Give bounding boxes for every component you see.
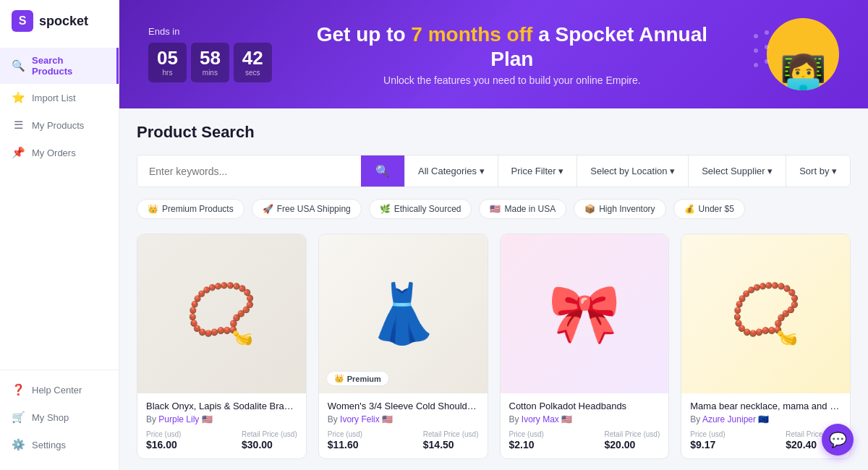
product-image-icon: 🎀	[548, 280, 621, 348]
box-icon: 📦	[584, 204, 595, 214]
retail-label: Retail Price (usd)	[242, 430, 297, 438]
main-content: Ends in 05 hrs 58 mins 42 secs Get up to…	[119, 0, 868, 470]
search-magnifier-icon: 🔍	[375, 164, 390, 178]
product-image: 👗 👑 Premium	[319, 234, 488, 393]
sidebar-item-settings[interactable]: ⚙️ Settings	[0, 431, 119, 458]
shipping-icon: 🚀	[263, 204, 273, 214]
banner-text: Get up to 7 months off a Spocket Annual …	[294, 22, 731, 85]
product-name: Women's 3/4 Sleeve Cold Shoulde...	[328, 401, 479, 411]
price-label: Price (usd)	[509, 430, 544, 438]
usa-flag-icon: 🇺🇸	[490, 204, 501, 214]
product-image: 📿	[137, 234, 306, 393]
countdown-timer: Ends in 05 hrs 58 mins 42 secs	[148, 26, 272, 82]
chip-free-usa-shipping[interactable]: 🚀 Free USA Shipping	[252, 199, 362, 219]
chip-premium-products[interactable]: 👑 Premium Products	[137, 199, 244, 219]
chip-made-in-usa[interactable]: 🇺🇸 Made in USA	[479, 199, 566, 219]
product-image-icon: 👗	[367, 280, 439, 348]
product-info: Cotton Polkadot Headbands By Ivory Max 🇺…	[501, 393, 669, 458]
promo-banner: Ends in 05 hrs 58 mins 42 secs Get up to…	[119, 0, 868, 108]
search-bar: 🔍 All Categories ▾ Price Filter ▾ Select…	[137, 155, 851, 187]
retail-label: Retail Price (usd)	[423, 430, 479, 438]
sidebar-label-my-shop: My Shop	[32, 412, 69, 423]
product-supplier-link[interactable]: Ivory Max	[522, 414, 559, 424]
chat-icon: 💬	[829, 431, 847, 448]
banner-person-icon: 👩‍💻	[780, 56, 827, 90]
leaf-icon: 🌿	[380, 204, 391, 214]
sidebar: S spocket 🔍 Search Products ⭐ Import Lis…	[0, 0, 119, 470]
filter-location[interactable]: Select by Location ▾	[576, 155, 688, 187]
chip-under-5[interactable]: 💰 Under $5	[673, 199, 745, 219]
chip-label: Free USA Shipping	[277, 204, 351, 214]
svg-point-4	[754, 63, 758, 67]
supplier-flag: 🇺🇸	[202, 414, 213, 424]
banner-subtext: Unlock the features you need to build yo…	[294, 74, 731, 86]
svg-point-3	[765, 45, 769, 49]
filter-all-categories[interactable]: All Categories ▾	[404, 155, 498, 187]
product-name: Cotton Polkadot Headbands	[509, 401, 660, 411]
mins-label: mins	[200, 69, 221, 77]
product-badge: 👑 Premium	[326, 371, 389, 386]
sidebar-item-my-orders[interactable]: 📌 My Orders	[0, 139, 119, 166]
svg-point-1	[765, 30, 769, 35]
sidebar-item-help-center[interactable]: ❓ Help Center	[0, 376, 119, 403]
product-prices: Price (usd) $16.00 Retail Price (usd) $3…	[146, 430, 297, 451]
retail-price-block: Retail Price (usd) $30.00	[242, 430, 297, 451]
search-button[interactable]: 🔍	[361, 155, 404, 187]
secs-label: secs	[242, 69, 263, 77]
price-value: $11.60	[328, 439, 359, 450]
banner-image: 👩‍💻	[752, 14, 839, 94]
chip-high-inventory[interactable]: 📦 High Inventory	[574, 199, 665, 219]
chip-label: Ethically Sourced	[394, 204, 461, 214]
product-prices: Price (usd) $11.60 Retail Price (usd) $1…	[328, 430, 479, 451]
product-card[interactable]: 👗 👑 Premium Women's 3/4 Sleeve Cold Shou…	[318, 234, 488, 459]
filter-supplier[interactable]: Select Supplier ▾	[688, 155, 786, 187]
filter-sort[interactable]: Sort by ▾	[786, 155, 850, 187]
chip-ethically-sourced[interactable]: 🌿 Ethically Sourced	[369, 199, 472, 219]
retail-price-value: $30.00	[242, 439, 273, 450]
filter-price[interactable]: Price Filter ▾	[498, 155, 577, 187]
banner-headline-pre: Get up to	[317, 23, 412, 46]
product-supplier-link[interactable]: Azure Juniper	[702, 414, 756, 424]
product-card[interactable]: 📿 Mama bear necklace, mama and b... By A…	[681, 234, 851, 459]
badge-icon: 👑	[334, 374, 344, 383]
logo-text: spocket	[39, 14, 88, 29]
product-info: Women's 3/4 Sleeve Cold Shoulde... By Iv…	[319, 393, 488, 458]
product-supplier-link[interactable]: Purple Lily	[158, 414, 199, 424]
svg-point-2	[754, 48, 758, 53]
page-title: Product Search	[137, 123, 851, 142]
product-by: By Ivory Max 🇺🇸	[509, 414, 660, 424]
hours-value: 05	[157, 48, 178, 67]
product-image-icon: 📿	[185, 280, 258, 348]
product-grid: 📿 Black Onyx, Lapis & Sodalite Brace... …	[137, 234, 851, 459]
sidebar-item-search-products[interactable]: 🔍 Search Products	[0, 48, 119, 84]
star-icon: ⭐	[12, 91, 25, 104]
chat-button[interactable]: 💬	[822, 424, 854, 456]
filter-group: All Categories ▾ Price Filter ▾ Select b…	[404, 155, 850, 187]
search-input[interactable]	[137, 155, 361, 187]
product-card[interactable]: 🎀 Cotton Polkadot Headbands By Ivory Max…	[500, 234, 670, 459]
price-block: Price (usd) $9.17	[690, 430, 725, 451]
sidebar-item-my-products[interactable]: ☰ My Products	[0, 111, 119, 139]
search-icon: 🔍	[12, 59, 25, 72]
product-card[interactable]: 📿 Black Onyx, Lapis & Sodalite Brace... …	[137, 234, 307, 459]
product-supplier-link[interactable]: Ivory Felix	[340, 414, 380, 424]
mins-value: 58	[200, 48, 221, 67]
timer-boxes: 05 hrs 58 mins 42 secs	[148, 43, 272, 82]
svg-point-0	[754, 34, 758, 38]
price-value: $2.10	[509, 439, 535, 450]
logo: S spocket	[0, 0, 119, 42]
sidebar-item-my-shop[interactable]: 🛒 My Shop	[0, 403, 119, 431]
hours-label: hrs	[157, 69, 178, 77]
badge-label: Premium	[347, 375, 381, 383]
hours-box: 05 hrs	[148, 43, 187, 82]
retail-price-block: Retail Price (usd) $14.50	[423, 430, 479, 451]
retail-price-value: $20.40	[786, 439, 817, 450]
banner-headline-highlight: 7 months off	[411, 23, 532, 46]
gear-icon: ⚙️	[12, 438, 25, 451]
sidebar-bottom: ❓ Help Center 🛒 My Shop ⚙️ Settings	[0, 369, 119, 470]
money-icon: 💰	[684, 204, 695, 214]
product-image-icon: 📿	[730, 280, 802, 348]
sidebar-item-import-list[interactable]: ⭐ Import List	[0, 84, 119, 111]
chip-label: High Inventory	[599, 204, 655, 214]
help-icon: ❓	[12, 383, 25, 396]
